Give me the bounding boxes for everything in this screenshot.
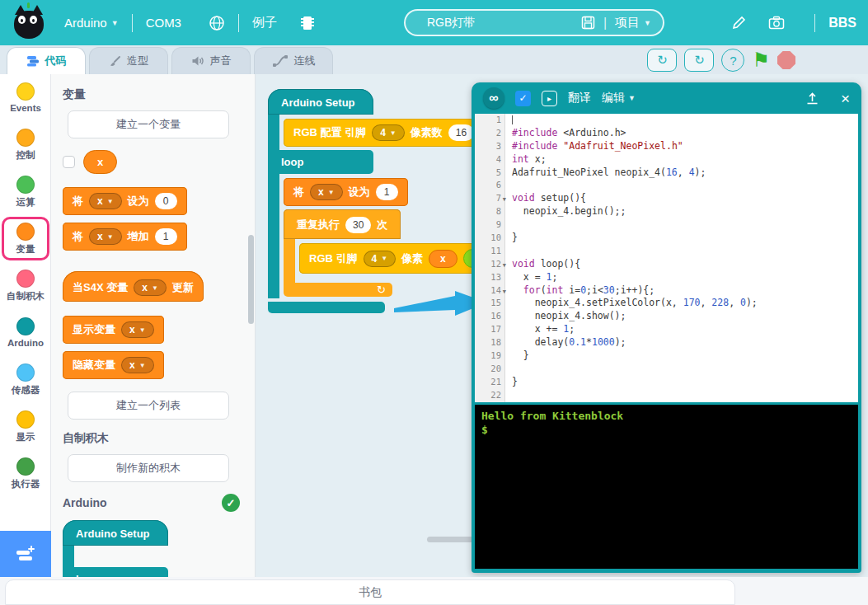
language-globe-icon[interactable]: [209, 15, 225, 31]
line-number: 19: [475, 349, 505, 363]
code-line[interactable]: void loop(){: [505, 258, 858, 271]
repeat-count-input[interactable]: 30: [345, 217, 371, 233]
tab-connect[interactable]: 连线: [254, 47, 333, 74]
tab-sounds[interactable]: 声音: [171, 47, 251, 74]
block-set-variable[interactable]: 将 x▼ 设为 1: [284, 178, 408, 206]
bbs-link[interactable]: BBS: [828, 16, 856, 30]
code-line[interactable]: [505, 179, 858, 192]
close-icon[interactable]: ×: [841, 91, 850, 106]
terminal-line: $: [481, 423, 852, 437]
code-line[interactable]: [505, 389, 858, 402]
code-line[interactable]: neopix_4.begin();;: [505, 205, 858, 218]
variable-x-reporter[interactable]: x: [83, 150, 117, 174]
sidebar-item-operators[interactable]: 运算: [0, 168, 51, 215]
code-line[interactable]: int x;: [505, 153, 858, 166]
code-line[interactable]: }: [505, 232, 858, 245]
code-line[interactable]: x += 1;: [505, 323, 858, 336]
variable-dropdown[interactable]: x▼: [134, 279, 167, 296]
sidebar-item-display[interactable]: 显示: [0, 403, 51, 450]
sidebar-item-actuators[interactable]: 执行器: [0, 450, 51, 497]
code-line[interactable]: Adafruit_NeoPixel neopix_4(16, 4);: [505, 166, 858, 180]
variable-dropdown[interactable]: x▼: [89, 193, 122, 209]
palette-scrollbar[interactable]: [248, 235, 254, 324]
variable-dropdown[interactable]: x▼: [310, 184, 343, 200]
make-block-button[interactable]: 制作新的积木: [68, 454, 229, 482]
green-flag-icon[interactable]: ⚑: [752, 50, 770, 70]
edit-menu[interactable]: 编辑▼: [602, 91, 636, 106]
variable-dropdown[interactable]: x▼: [89, 228, 122, 245]
sidebar-item-arduino[interactable]: Arduino: [0, 309, 51, 356]
reload-button[interactable]: ↻: [684, 49, 714, 72]
palette-block-set-variable[interactable]: 将 x▼ 设为 0: [63, 187, 187, 215]
variable-dropdown[interactable]: x▼: [121, 357, 154, 373]
code-line[interactable]: x = 1;: [505, 271, 858, 284]
code-line[interactable]: #include "Adafruit_NeoPixel.h": [505, 140, 858, 153]
sidebar-item-events[interactable]: Events: [0, 74, 51, 121]
project-menu[interactable]: 项目▼: [615, 15, 651, 30]
block-rgb-config[interactable]: RGB 配置 引脚 4▼ 像素数 16: [284, 119, 484, 147]
palette-block-show-variable[interactable]: 显示变量 x▼: [63, 316, 164, 344]
workspace-horizontal-scrollbar[interactable]: [427, 537, 475, 542]
value-input[interactable]: 0: [155, 193, 177, 209]
code-line[interactable]: delay(0.1*1000);: [505, 336, 858, 349]
variable-dropdown[interactable]: x▼: [121, 321, 154, 338]
kitten-logo-icon[interactable]: [12, 4, 46, 42]
variable-monitor-checkbox[interactable]: [63, 156, 75, 168]
upload-icon[interactable]: [805, 91, 819, 106]
palette-block-arduino-setup[interactable]: Arduino Setup loop: [63, 520, 255, 577]
pin-dropdown[interactable]: 4▼: [372, 124, 405, 141]
variable-x-reporter[interactable]: x: [429, 250, 457, 268]
code-line[interactable]: [505, 114, 858, 127]
code-line[interactable]: void setup(){: [505, 192, 858, 205]
serial-terminal[interactable]: Hello from Kittenblock$: [475, 405, 858, 569]
console-icon[interactable]: ▸: [542, 91, 557, 106]
auto-sync-checkbox[interactable]: ✓: [515, 91, 531, 106]
translate-button[interactable]: 翻译: [568, 91, 591, 106]
add-extension-button[interactable]: [0, 531, 51, 577]
tab-costumes[interactable]: 造型: [89, 47, 168, 74]
backpack-panel[interactable]: 书包: [5, 579, 735, 605]
code-line[interactable]: [505, 245, 858, 258]
make-variable-button[interactable]: 建立一个变量: [68, 110, 229, 138]
brush-icon: [109, 55, 121, 68]
sidebar-item-sensors[interactable]: 传感器: [0, 356, 51, 403]
code-line[interactable]: }: [505, 376, 858, 389]
code-line[interactable]: neopix_4.setPixelColor(x, 170, 228, 0);: [505, 297, 858, 310]
project-name-input[interactable]: RGB灯带: [427, 16, 475, 30]
value-input[interactable]: 1: [376, 184, 398, 200]
code-editor[interactable]: 1234567▼89101112▼1314▼1516171819202122 #…: [475, 114, 858, 402]
make-list-button[interactable]: 建立一个列表: [68, 392, 229, 420]
screenshot-camera-icon[interactable]: [768, 16, 785, 30]
code-line[interactable]: for(int i=0;i<30;i++){;: [505, 284, 858, 298]
palette-section-variables: 变量: [63, 87, 255, 102]
examples-menu[interactable]: 例子: [252, 15, 277, 30]
category-label: Arduino: [7, 338, 44, 348]
sidebar-item-control[interactable]: 控制: [0, 121, 51, 168]
code-line[interactable]: [505, 218, 858, 232]
edit-pencil-icon[interactable]: [731, 15, 747, 30]
refresh-icon: ↻: [657, 53, 668, 68]
sidebar-item-variables[interactable]: 变量: [0, 215, 51, 262]
palette-block-when-variable-updated[interactable]: 当S4X 变量 x▼ 更新: [63, 271, 204, 302]
pin-dropdown[interactable]: 4▼: [364, 251, 396, 267]
stop-icon[interactable]: [777, 51, 795, 69]
tab-code[interactable]: 代码: [7, 47, 86, 74]
palette-block-hide-variable[interactable]: 隐藏变量 x▼: [63, 351, 164, 379]
palette-block-change-variable[interactable]: 将 x▼ 增加 1: [63, 223, 187, 251]
help-button[interactable]: ?: [721, 49, 744, 72]
restart-button[interactable]: ↻: [647, 49, 677, 72]
port-menu[interactable]: COM3: [146, 16, 181, 30]
pixel-count-input[interactable]: 16: [448, 124, 474, 141]
code-line[interactable]: #include <Arduino.h>: [505, 127, 858, 140]
value-input[interactable]: 1: [155, 228, 177, 245]
save-icon[interactable]: [581, 16, 595, 30]
firmware-chip-icon[interactable]: [300, 14, 315, 32]
code-line[interactable]: [505, 363, 858, 376]
code-line[interactable]: }: [505, 349, 858, 363]
arduino-logo-icon: ∞: [483, 87, 504, 109]
code-blocks-icon: [26, 55, 40, 67]
code-line[interactable]: neopix_4.show();: [505, 310, 858, 323]
board-menu[interactable]: Arduino▼: [64, 16, 119, 30]
extension-connected-icon: ✓: [222, 494, 240, 512]
sidebar-item-myblocks[interactable]: 自制积木: [0, 262, 51, 309]
